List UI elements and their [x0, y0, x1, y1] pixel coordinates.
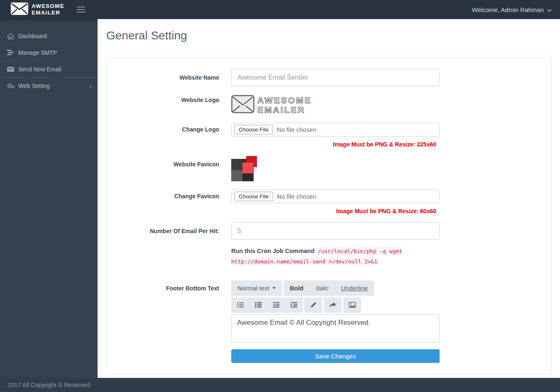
website-favicon-preview [231, 156, 257, 182]
change-favicon-label: Change Favicon [113, 190, 219, 214]
user-menu-label: Welcome, Admin Rahman [472, 6, 544, 13]
ordered-list-button[interactable] [249, 297, 267, 313]
page-title: General Setting [106, 29, 552, 42]
sidebar: Dashboard Manage SMTP Send New Email ⚙︎⚙… [0, 19, 98, 378]
underline-button[interactable]: Underline [335, 280, 374, 296]
outdent-button[interactable] [267, 297, 285, 313]
forward-arrow-button[interactable] [324, 297, 342, 313]
copyright-text: 2017 All Copyright © Reserved. [7, 382, 92, 388]
sidebar-item-dashboard[interactable]: Dashboard [0, 28, 98, 44]
website-logo-text: AWESOME EMAILER [257, 95, 312, 114]
form-row-change-favicon: Change Favicon Choose File No file chose… [113, 190, 545, 214]
save-changes-button[interactable]: Save Changes [231, 349, 440, 363]
footer-text-editor[interactable]: Awesome Email © All Copyright Reserved. [231, 314, 440, 343]
outdent-icon [273, 302, 279, 308]
indent-button[interactable] [285, 297, 303, 313]
brand-text: AWESOME EMAILER [32, 3, 64, 16]
home-icon [6, 33, 15, 39]
unordered-list-button[interactable] [231, 297, 249, 313]
sidebar-item-manage-smtp[interactable]: Manage SMTP [0, 44, 98, 61]
file-status-text: No file chosen [277, 126, 316, 133]
sidebar-item-label: Manage SMTP [18, 49, 57, 56]
list-icon [6, 50, 15, 56]
website-logo-preview: AWESOME EMAILER [231, 95, 440, 115]
form-row-footer-text: Footer Bottom Text Normal text Bold Ital… [113, 280, 545, 363]
title-divider [106, 49, 552, 50]
chevron-left-icon: ‹ [89, 82, 92, 90]
form-row-emails-per-hit: Number Of Email Per Hit: Run this Cron J… [113, 222, 545, 267]
form-row-website-name: Website Name [113, 69, 545, 86]
logo-size-hint: Image Must be PNG & Resize: 225x60 [231, 141, 440, 148]
brand-logo[interactable]: AWESOME EMAILER [0, 0, 70, 19]
italic-button[interactable]: Italic [310, 280, 335, 296]
sidebar-toggle-hamburger-icon[interactable] [77, 7, 85, 12]
envelope-icon [6, 67, 15, 72]
change-logo-label: Change Logo [113, 123, 219, 148]
footer-text-label: Footer Bottom Text [113, 280, 219, 363]
sidebar-item-label: Web Setting [18, 83, 50, 89]
chevron-down-icon [547, 6, 552, 13]
website-favicon-label: Website Favicon [113, 156, 219, 182]
website-name-label: Website Name [113, 69, 219, 86]
indent-icon [291, 302, 297, 308]
list-ul-icon [237, 302, 244, 308]
envelope-logo-gray-icon [231, 95, 254, 115]
website-name-input[interactable] [231, 69, 440, 86]
top-navbar: AWESOME EMAILER Welcome, Admin Rahman [0, 0, 560, 19]
list-icon [255, 302, 262, 308]
favicon-size-hint: Image Must be PNG & Resize: 60x60 [231, 208, 440, 214]
sidebar-item-send-new-email[interactable]: Send New Email [0, 61, 98, 78]
envelope-logo-icon [11, 2, 28, 17]
website-logo-label: Website Logo [113, 94, 219, 115]
emails-per-hit-input[interactable] [231, 222, 440, 240]
choose-file-button[interactable]: Choose File [234, 192, 273, 201]
form-row-website-logo: Website Logo AWESOME EMAILER [113, 94, 545, 115]
edit-pencil-button[interactable] [304, 297, 322, 313]
caret-down-icon [272, 287, 276, 289]
style-dropdown-button[interactable]: Normal text [231, 280, 282, 296]
form-row-change-logo: Change Logo Choose File No file chosen I… [113, 123, 545, 148]
sidebar-item-web-setting[interactable]: ⚙︎⚙︎ Web Setting ‹ [0, 78, 98, 94]
cron-label: Run this Cron Job Command [231, 248, 315, 254]
choose-file-button[interactable]: Choose File [234, 125, 273, 134]
cron-command-line: Run this Cron Job Command /usr/local/bin… [231, 246, 440, 267]
pencil-icon [310, 302, 317, 308]
editor-toolbar-row-1: Normal text Bold Italic Underline [231, 280, 440, 296]
sidebar-item-label: Dashboard [18, 33, 47, 39]
gears-icon: ⚙︎⚙︎ [6, 83, 15, 89]
forward-arrow-icon [329, 302, 336, 308]
user-menu[interactable]: Welcome, Admin Rahman [472, 6, 560, 13]
change-favicon-file-input[interactable]: Choose File No file chosen [231, 190, 440, 203]
change-logo-file-input[interactable]: Choose File No file chosen [231, 123, 440, 136]
sidebar-item-label: Send New Email [18, 66, 61, 73]
settings-panel: Website Name Website Logo [106, 58, 552, 375]
main-content: General Setting Website Name Website Log… [98, 19, 560, 378]
bold-button[interactable]: Bold [284, 280, 310, 296]
image-icon [349, 302, 356, 308]
file-status-text: No file chosen [277, 193, 316, 200]
page-footer: 2017 All Copyright © Reserved. [0, 378, 560, 392]
insert-image-button[interactable] [343, 297, 361, 313]
editor-toolbar-row-2 [231, 297, 440, 313]
form-row-website-favicon: Website Favicon [113, 156, 545, 182]
emails-per-hit-label: Number Of Email Per Hit: [113, 222, 219, 267]
